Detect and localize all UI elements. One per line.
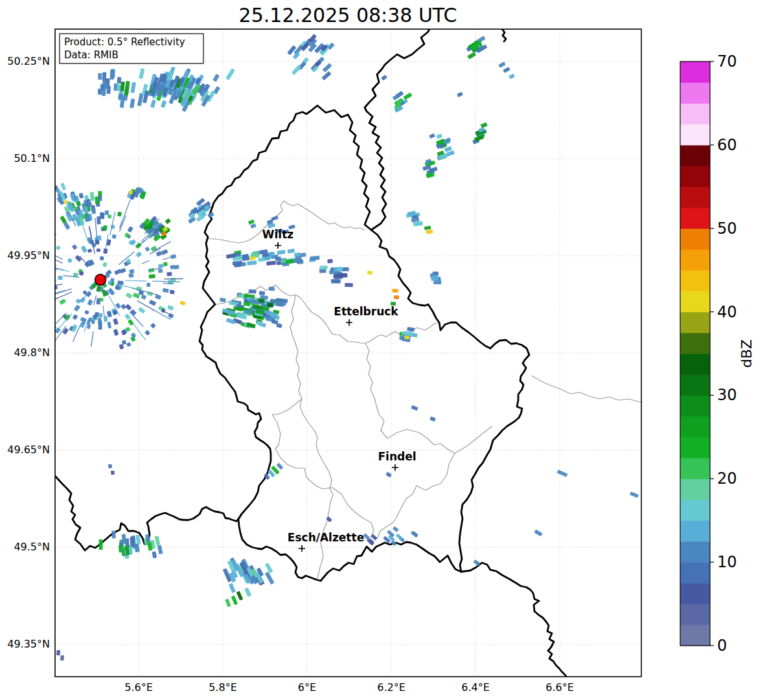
echo-bin	[74, 304, 80, 311]
echo-bin	[136, 252, 143, 258]
radar-echoes	[5, 34, 639, 660]
echo-bin	[98, 73, 102, 80]
lon-tick-label: 6.4°E	[461, 681, 490, 694]
echo-bin	[319, 265, 327, 270]
echo-spoke	[94, 295, 97, 305]
lat-tick-label: 49.95°N	[7, 249, 50, 262]
echo-bin	[271, 216, 279, 221]
echo-spoke	[161, 310, 170, 315]
colorbar-segment	[680, 604, 710, 626]
district-border	[531, 376, 641, 402]
district-border	[365, 343, 379, 414]
colorbar-segment	[680, 583, 710, 604]
colorbar-axis-label: dBZ	[738, 339, 755, 368]
echo-bin	[42, 310, 47, 315]
echo-bin	[225, 598, 231, 607]
echo-bin	[163, 262, 168, 266]
echo-bin	[107, 322, 111, 329]
echo-bin	[139, 68, 144, 79]
colorbar-segment	[680, 625, 710, 646]
echo-bin	[81, 245, 87, 253]
echo-bin	[91, 209, 96, 214]
echo-bin	[557, 469, 568, 477]
city-label: Wiltz	[262, 228, 294, 241]
city-label: Ettelbruck	[334, 305, 398, 318]
echo-bin	[111, 471, 115, 475]
colorbar-segment	[680, 437, 710, 458]
city-marker-cross	[346, 319, 352, 326]
echo-bin	[266, 261, 276, 265]
echo-bin	[42, 328, 49, 335]
lon-tick-label: 6°E	[298, 681, 316, 694]
echo-spoke	[19, 269, 47, 273]
echo-bin	[109, 69, 114, 80]
echo-bin	[149, 274, 155, 278]
echo-bin	[431, 275, 437, 279]
district-border	[272, 399, 374, 544]
echo-spoke	[123, 286, 137, 289]
country-border	[461, 563, 567, 678]
colorbar-tick-label: 10	[717, 553, 737, 571]
echo-bin	[59, 299, 66, 305]
colorbar-segment	[680, 270, 710, 291]
colorbar-segment	[680, 500, 710, 521]
echo-bin	[141, 295, 147, 300]
colorbar-segment	[680, 124, 710, 146]
echo-bin	[225, 68, 235, 80]
echo-bin	[100, 213, 104, 220]
echo-bin	[130, 82, 136, 93]
echo-bin	[131, 536, 135, 542]
lon-tick-label: 5.6°E	[124, 681, 153, 694]
axis-labels: 50.25°N50.1°N49.95°N49.8°N49.65°N49.5°N4…	[7, 55, 574, 694]
echo-bin	[45, 274, 50, 278]
echo-bin	[411, 405, 418, 411]
echo-bin	[129, 269, 135, 274]
lat-tick-label: 49.5°N	[14, 541, 50, 553]
echo-bin	[167, 305, 174, 311]
echo-bin	[179, 300, 185, 305]
colorbar-tick-label: 20	[717, 469, 737, 488]
colorbar-segment	[680, 521, 710, 542]
echo-bin	[98, 320, 102, 327]
colorbar-tick-label: 50	[717, 220, 737, 238]
echo-bin	[62, 328, 69, 335]
echo-bin	[146, 283, 150, 288]
colorbar-segment	[680, 103, 710, 124]
echo-bin	[392, 289, 398, 293]
echo-bin	[212, 74, 220, 82]
lat-tick-label: 50.1°N	[14, 152, 50, 164]
echo-bin	[429, 133, 435, 139]
echo-spoke	[44, 289, 71, 297]
echo-bin	[125, 304, 132, 310]
echo-bin	[220, 297, 226, 302]
echo-bin	[238, 293, 244, 298]
echo-bin	[80, 297, 86, 304]
echo-bin	[128, 319, 134, 326]
echo-bin	[250, 223, 256, 229]
echo-bin	[457, 92, 463, 98]
colorbar-segment	[680, 145, 710, 166]
colorbar-tick-label: 0	[717, 637, 727, 655]
echo-bin	[98, 191, 102, 196]
colorbar-tick-label: 60	[717, 136, 737, 154]
echo-bin	[271, 319, 279, 324]
echo-bin	[43, 227, 50, 234]
echo-bin	[166, 272, 172, 277]
echo-bin	[249, 289, 257, 294]
echo-bin	[385, 471, 392, 477]
echo-bin	[381, 74, 387, 80]
echo-spoke	[91, 332, 93, 347]
echo-bin	[258, 257, 265, 262]
echo-spoke	[133, 323, 145, 340]
echo-bin	[150, 323, 156, 329]
colorbar-tick-label: 70	[717, 52, 737, 71]
echo-bin	[287, 249, 295, 254]
colorbar-segment	[680, 333, 710, 354]
echo-bin	[115, 302, 121, 309]
echo-bin	[321, 71, 331, 80]
echo-bin	[207, 212, 214, 218]
echo-bin	[36, 310, 42, 316]
echo-bin	[97, 236, 101, 241]
city-marker-cross	[299, 545, 305, 552]
echo-bin	[394, 295, 399, 299]
